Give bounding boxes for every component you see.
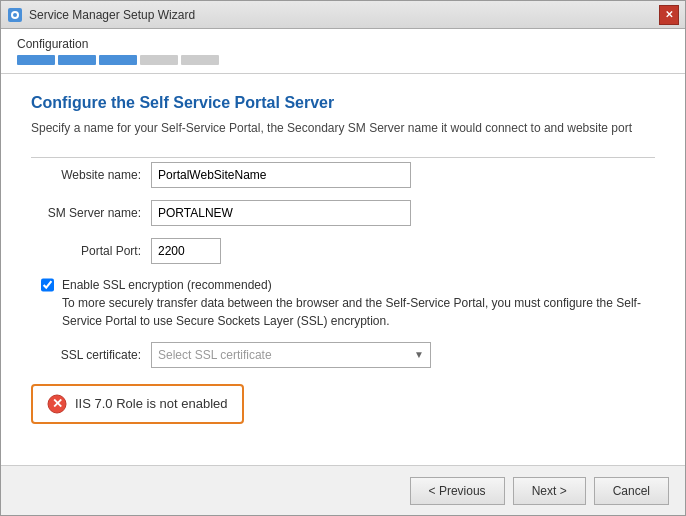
progress-step-5	[181, 55, 219, 65]
section-description: Specify a name for your Self-Service Por…	[31, 120, 655, 137]
portal-port-label: Portal Port:	[31, 244, 151, 258]
ssl-checkbox-desc: To more securely transfer data between t…	[62, 296, 641, 328]
title-bar-controls: ✕	[659, 5, 679, 25]
ssl-cert-placeholder: Select SSL certificate	[158, 348, 272, 362]
progress-section: Configuration	[1, 29, 685, 74]
sm-server-label: SM Server name:	[31, 206, 151, 220]
error-message-box: ✕ IIS 7.0 Role is not enabled	[31, 384, 244, 424]
content-area: Configure the Self Service Portal Server…	[1, 74, 685, 465]
website-name-label: Website name:	[31, 168, 151, 182]
dropdown-arrow-icon: ▼	[414, 349, 424, 360]
wizard-window: Service Manager Setup Wizard ✕ Configura…	[0, 0, 686, 516]
portal-port-row: Portal Port:	[31, 238, 655, 264]
ssl-checkbox[interactable]	[41, 278, 54, 292]
ssl-cert-dropdown[interactable]: Select SSL certificate ▼	[151, 342, 431, 368]
error-icon: ✕	[47, 394, 67, 414]
svg-text:✕: ✕	[52, 396, 63, 411]
ssl-checkbox-text: Enable SSL encryption (recommended) To m…	[62, 276, 655, 330]
sm-server-row: SM Server name:	[31, 200, 655, 226]
app-icon	[7, 7, 23, 23]
title-bar-left: Service Manager Setup Wizard	[7, 7, 195, 23]
progress-step-4	[140, 55, 178, 65]
progress-step-1	[17, 55, 55, 65]
previous-button[interactable]: < Previous	[410, 477, 505, 505]
ssl-cert-row: SSL certificate: Select SSL certificate …	[31, 342, 655, 368]
error-text: IIS 7.0 Role is not enabled	[75, 396, 228, 411]
progress-step-3	[99, 55, 137, 65]
progress-step-2	[58, 55, 96, 65]
progress-track	[17, 55, 669, 65]
progress-label: Configuration	[17, 37, 669, 51]
ssl-checkbox-row: Enable SSL encryption (recommended) To m…	[31, 276, 655, 330]
section-title: Configure the Self Service Portal Server	[31, 94, 655, 112]
svg-point-2	[13, 13, 17, 17]
title-bar: Service Manager Setup Wizard ✕	[1, 1, 685, 29]
website-name-row: Website name:	[31, 162, 655, 188]
cancel-button[interactable]: Cancel	[594, 477, 669, 505]
ssl-cert-label: SSL certificate:	[31, 348, 151, 362]
sm-server-input[interactable]	[151, 200, 411, 226]
footer: < Previous Next > Cancel	[1, 465, 685, 515]
close-button[interactable]: ✕	[659, 5, 679, 25]
portal-port-input[interactable]	[151, 238, 221, 264]
website-name-input[interactable]	[151, 162, 411, 188]
ssl-checkbox-label: Enable SSL encryption (recommended)	[62, 278, 272, 292]
divider	[31, 157, 655, 158]
window-title: Service Manager Setup Wizard	[29, 8, 195, 22]
next-button[interactable]: Next >	[513, 477, 586, 505]
